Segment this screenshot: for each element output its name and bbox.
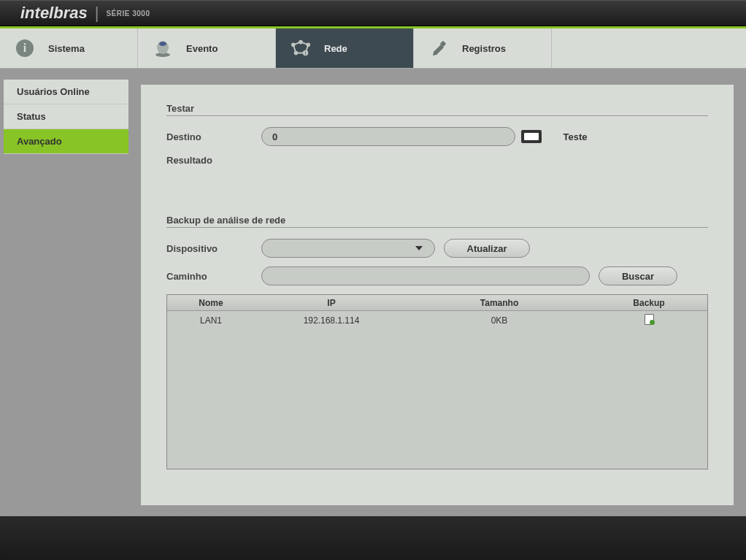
atualizar-button[interactable]: Atualizar <box>444 239 530 258</box>
keyboard-icon[interactable] <box>521 130 542 143</box>
svg-text:i: i <box>23 42 27 54</box>
dispositivo-label: Dispositivo <box>166 243 261 254</box>
cell-backup <box>591 314 707 327</box>
sidebar-label-usuarios: Usuários Online <box>17 86 90 97</box>
form-row-caminho: Caminho Buscar <box>166 266 708 285</box>
content-panel: Testar Destino Teste Resultado Backup de… <box>141 85 734 505</box>
nav-tab-evento[interactable]: Evento <box>138 28 276 68</box>
nav-tab-rede[interactable]: i Rede <box>276 28 414 68</box>
main-area: Usuários Online Status Avançado Testar D… <box>0 69 746 560</box>
destino-input[interactable] <box>261 127 515 146</box>
col-header-backup: Backup <box>591 298 707 308</box>
caminho-input[interactable] <box>261 266 590 285</box>
dispositivo-select[interactable] <box>261 239 435 258</box>
svg-point-6 <box>306 43 310 47</box>
spacer <box>166 174 708 215</box>
sidebar: Usuários Online Status Avançado <box>0 69 128 560</box>
buscar-button[interactable]: Buscar <box>599 266 677 285</box>
form-row-destino: Destino Teste <box>166 127 708 146</box>
nav-label-registros: Registros <box>462 43 506 54</box>
caminho-label: Caminho <box>166 271 261 282</box>
info-icon: i <box>15 38 35 58</box>
event-icon <box>153 38 173 58</box>
chevron-down-icon <box>415 246 423 250</box>
backup-file-icon[interactable] <box>645 314 654 325</box>
cell-nome: LAN1 <box>167 315 255 326</box>
table-row[interactable]: LAN1 192.168.1.114 0KB <box>167 311 707 330</box>
network-table: Nome IP Tamanho Backup LAN1 192.168.1.11… <box>166 294 708 469</box>
series-label: SÉRIE 3000 <box>106 9 150 18</box>
form-row-dispositivo: Dispositivo Atualizar <box>166 239 708 258</box>
registros-icon <box>428 38 449 58</box>
form-row-resultado: Resultado <box>166 155 708 166</box>
brand-logo: intelbras <box>20 4 88 23</box>
nav-label-rede: Rede <box>324 43 347 54</box>
cell-ip: 192.168.1.114 <box>255 315 408 326</box>
network-icon: i <box>291 38 311 58</box>
nav-tab-registros[interactable]: Registros <box>414 28 552 68</box>
destino-label: Destino <box>166 131 261 142</box>
sidebar-label-avancado: Avançado <box>17 136 62 147</box>
sidebar-label-status: Status <box>17 111 46 122</box>
sidebar-item-usuarios-online[interactable]: Usuários Online <box>4 80 128 104</box>
svg-point-5 <box>291 43 296 47</box>
header-bar: intelbras | SÉRIE 3000 <box>0 0 746 26</box>
svg-point-8 <box>294 51 299 55</box>
table-header: Nome IP Tamanho Backup <box>167 295 707 311</box>
col-header-ip: IP <box>255 298 408 308</box>
svg-point-7 <box>299 40 303 45</box>
content-area: Testar Destino Teste Resultado Backup de… <box>128 69 746 560</box>
sidebar-item-status[interactable]: Status <box>4 104 128 129</box>
nav-bar: i Sistema Evento i Rede Registros <box>0 28 746 69</box>
footer-bar <box>0 516 746 560</box>
svg-point-4 <box>159 42 166 46</box>
cell-tamanho: 0KB <box>408 315 591 326</box>
section-title-testar: Testar <box>166 103 708 116</box>
section-title-backup: Backup de análise de rede <box>166 215 708 228</box>
nav-label-evento: Evento <box>186 43 218 54</box>
nav-label-sistema: Sistema <box>48 43 85 54</box>
nav-tab-sistema[interactable]: i Sistema <box>0 28 138 68</box>
col-header-nome: Nome <box>167 298 255 308</box>
resultado-label: Resultado <box>166 155 261 166</box>
sidebar-item-avancado[interactable]: Avançado <box>4 129 128 154</box>
teste-button[interactable]: Teste <box>546 127 604 146</box>
col-header-tamanho: Tamanho <box>408 298 591 308</box>
brand-separator: | <box>95 4 99 23</box>
